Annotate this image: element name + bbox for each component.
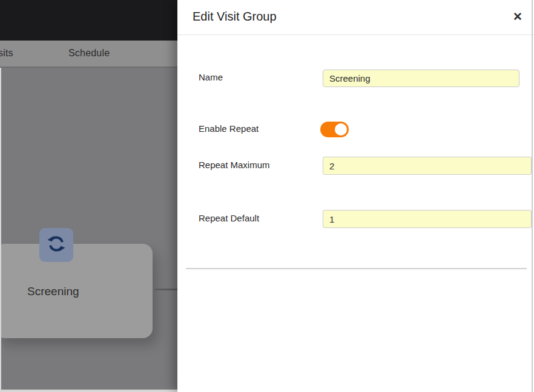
drawer-title: Edit Visit Group bbox=[193, 10, 277, 24]
canvas-left-border bbox=[0, 68, 1, 392]
tab-schedule[interactable]: Schedule bbox=[68, 48, 110, 59]
visit-group-card[interactable]: Screening bbox=[0, 244, 153, 338]
repeat-maximum-input[interactable] bbox=[323, 157, 532, 175]
name-input[interactable] bbox=[323, 70, 519, 87]
tab-visits[interactable]: sits bbox=[0, 48, 13, 59]
repeat-default-label: Repeat Default bbox=[199, 213, 259, 223]
edit-visit-group-drawer: Edit Visit Group ✕ Name Enable Repeat Re… bbox=[177, 0, 534, 392]
visit-group-card-label: Screening bbox=[27, 285, 79, 298]
modal-backdrop[interactable]: sits Schedule Screening bbox=[0, 0, 177, 392]
canvas-bottom-border bbox=[0, 390, 177, 392]
name-field-label: Name bbox=[199, 72, 223, 82]
window-right-edge bbox=[532, 0, 533, 392]
repeat-maximum-label: Repeat Maximum bbox=[199, 160, 270, 170]
drawer-header: Edit Visit Group ✕ bbox=[177, 0, 534, 35]
tab-bar: sits Schedule bbox=[0, 41, 177, 68]
sync-icon bbox=[45, 233, 67, 257]
enable-repeat-toggle[interactable] bbox=[320, 122, 349, 137]
drawer-divider bbox=[186, 268, 527, 269]
app-topbar bbox=[0, 0, 177, 41]
close-icon[interactable]: ✕ bbox=[510, 9, 526, 25]
schedule-connector-line bbox=[154, 289, 177, 290]
toggle-knob bbox=[335, 123, 347, 136]
enable-repeat-label: Enable Repeat bbox=[199, 123, 259, 134]
screen: sits Schedule Screening bbox=[0, 0, 534, 392]
repeat-badge bbox=[39, 228, 73, 262]
repeat-default-input[interactable] bbox=[323, 210, 532, 228]
